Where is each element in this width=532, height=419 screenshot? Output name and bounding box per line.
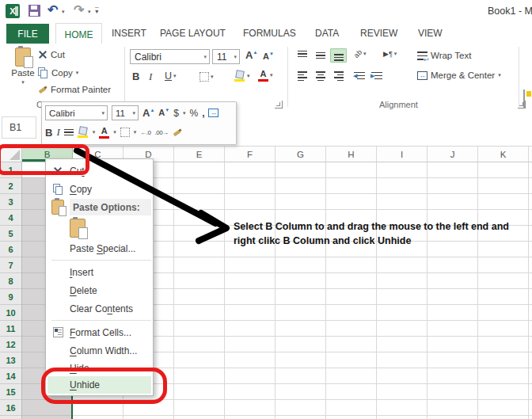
format-painter-button[interactable]: Format Painter bbox=[38, 85, 111, 94]
mini-italic-button[interactable]: I bbox=[56, 126, 59, 139]
align-center-button[interactable] bbox=[312, 69, 329, 83]
column-header-h[interactable]: H bbox=[326, 147, 377, 162]
tab-review[interactable]: REVIEW bbox=[360, 28, 397, 39]
tab-insert[interactable]: INSERT bbox=[112, 28, 146, 39]
mini-shrink-font-button[interactable]: A▼ bbox=[158, 108, 169, 118]
row-header[interactable]: 12 bbox=[0, 337, 21, 352]
mini-font-size-combo[interactable]: 11 ▾ bbox=[112, 105, 139, 120]
fill-color-button[interactable]: ▾ bbox=[234, 70, 250, 82]
tab-page-layout[interactable]: PAGE LAYOUT bbox=[160, 28, 226, 39]
row-header[interactable]: 7 bbox=[0, 257, 21, 273]
font-color-button[interactable]: A ▾ bbox=[258, 70, 273, 81]
mini-format-painter-icon[interactable] bbox=[173, 128, 182, 137]
row-header[interactable]: 14 bbox=[0, 368, 21, 384]
redo-icon[interactable]: ↷ bbox=[74, 2, 84, 17]
align-left-button[interactable] bbox=[294, 69, 310, 83]
row-header[interactable]: 10 bbox=[0, 305, 21, 321]
orientation-dropdown-icon[interactable]: ▾ bbox=[363, 51, 367, 57]
mini-font-size-dropdown-icon[interactable]: ▾ bbox=[130, 110, 138, 116]
orientation-button[interactable]: ab ▾ bbox=[354, 50, 367, 58]
column-header-k[interactable]: K bbox=[478, 147, 529, 162]
mini-merge-center-icon[interactable] bbox=[208, 109, 218, 117]
row-header[interactable]: 16 bbox=[0, 400, 21, 416]
mini-fill-color-icon[interactable] bbox=[78, 127, 89, 138]
align-bottom-button[interactable] bbox=[330, 48, 347, 63]
save-icon[interactable] bbox=[28, 5, 40, 17]
borders-dropdown-icon[interactable]: ▾ bbox=[211, 74, 214, 80]
shrink-font-button[interactable]: A▼ bbox=[263, 51, 274, 62]
font-name-dropdown-icon[interactable]: ▾ bbox=[201, 54, 209, 60]
mini-align-center-icon[interactable] bbox=[64, 129, 74, 136]
mini-currency-dropdown-icon[interactable]: ▾ bbox=[183, 110, 186, 116]
merge-center-button[interactable]: Merge & Center ▾ bbox=[417, 70, 501, 80]
fill-color-dropdown-icon[interactable]: ▾ bbox=[247, 73, 250, 79]
mini-font-color-icon[interactable]: A bbox=[99, 127, 109, 138]
copy-dropdown-icon[interactable]: ▾ bbox=[76, 70, 79, 76]
menu-item-paste[interactable] bbox=[46, 216, 153, 239]
font-name-combo[interactable]: Calibri ▾ bbox=[130, 49, 210, 64]
wrap-text-button[interactable]: Wrap Text bbox=[417, 51, 471, 60]
tab-data[interactable]: DATA bbox=[315, 28, 339, 39]
mini-grow-font-button[interactable]: A▲ bbox=[142, 108, 154, 118]
underline-dropdown-icon[interactable]: ▾ bbox=[173, 73, 177, 79]
italic-button[interactable]: I bbox=[149, 70, 152, 83]
increase-indent-button[interactable] bbox=[371, 72, 382, 80]
row-header[interactable]: 8 bbox=[0, 273, 21, 289]
align-top-button[interactable] bbox=[294, 48, 310, 63]
mini-borders-icon[interactable] bbox=[120, 128, 130, 137]
row-header[interactable]: 5 bbox=[0, 226, 21, 242]
row-header[interactable]: 4 bbox=[0, 210, 21, 226]
tab-view[interactable]: VIEW bbox=[418, 28, 443, 39]
row-header[interactable]: 6 bbox=[0, 242, 21, 257]
text-direction-button[interactable]: ▶¶ ▾ bbox=[383, 50, 397, 58]
redo-dropdown-icon[interactable]: ▾ bbox=[88, 9, 91, 15]
column-header-g[interactable]: G bbox=[276, 147, 326, 162]
tab-home[interactable]: HOME bbox=[55, 23, 102, 45]
menu-item-paste-special[interactable]: Paste Special... bbox=[46, 239, 153, 257]
mini-bold-button[interactable]: B bbox=[45, 127, 52, 139]
mini-comma-button[interactable]: , bbox=[202, 108, 204, 119]
font-size-combo[interactable]: 11 ▾ bbox=[212, 49, 240, 64]
mini-fill-color-dropdown-icon[interactable]: ▾ bbox=[93, 129, 96, 135]
font-size-dropdown-icon[interactable]: ▾ bbox=[231, 54, 239, 60]
tab-formulas[interactable]: FORMULAS bbox=[243, 28, 296, 39]
column-header-e[interactable]: E bbox=[174, 147, 225, 162]
merge-center-dropdown-icon[interactable]: ▾ bbox=[498, 72, 501, 78]
quick-access-customize-icon[interactable]: ‒▾ bbox=[95, 5, 98, 14]
mini-font-name-combo[interactable]: Calibri ▾ bbox=[45, 105, 108, 120]
font-color-dropdown-icon[interactable]: ▾ bbox=[270, 72, 273, 78]
row-header[interactable]: 13 bbox=[0, 352, 21, 368]
mini-borders-dropdown-icon[interactable]: ▾ bbox=[134, 129, 137, 135]
name-box[interactable]: B1 bbox=[2, 116, 36, 139]
menu-item-copy[interactable]: Copy bbox=[46, 180, 153, 198]
font-dialog-launcher-icon[interactable] bbox=[275, 101, 283, 109]
text-direction-dropdown-icon[interactable]: ▾ bbox=[394, 51, 397, 57]
undo-icon[interactable]: ↶ bbox=[48, 2, 58, 17]
row-header[interactable]: 9 bbox=[0, 289, 21, 305]
undo-dropdown-icon[interactable]: ▾ bbox=[62, 9, 65, 15]
paste-button[interactable]: Paste ▾ bbox=[10, 48, 36, 97]
menu-item-column-width[interactable]: Column Width... bbox=[46, 341, 153, 360]
menu-item-clear-contents[interactable]: Clear Contents bbox=[46, 299, 153, 318]
column-header-j[interactable]: J bbox=[428, 147, 478, 162]
mini-decrease-decimal-button[interactable]: ←.0 bbox=[140, 129, 150, 136]
mini-font-name-dropdown-icon[interactable]: ▾ bbox=[99, 110, 107, 116]
mini-percent-button[interactable]: % bbox=[189, 108, 198, 119]
paste-dropdown-icon[interactable]: ▾ bbox=[21, 79, 25, 86]
align-right-button[interactable] bbox=[330, 69, 347, 83]
mini-font-color-dropdown-icon[interactable]: ▾ bbox=[113, 129, 116, 135]
align-middle-button[interactable] bbox=[312, 48, 329, 63]
row-header[interactable]: 3 bbox=[0, 194, 21, 210]
decrease-indent-button[interactable] bbox=[354, 72, 365, 80]
menu-item-format-cells[interactable]: Format Cells... bbox=[46, 323, 153, 341]
grow-font-button[interactable]: A▲ bbox=[245, 50, 257, 60]
column-header-f[interactable]: F bbox=[225, 147, 276, 162]
bold-button[interactable]: B bbox=[132, 70, 139, 82]
cut-button[interactable]: Cut bbox=[38, 50, 65, 59]
copy-button[interactable]: Copy ▾ bbox=[38, 67, 78, 78]
row-header[interactable]: 11 bbox=[0, 321, 21, 337]
row-header[interactable]: 2 bbox=[0, 178, 21, 194]
mini-currency-button[interactable]: $ bbox=[173, 108, 179, 119]
row-header[interactable]: 15 bbox=[0, 384, 21, 400]
borders-button[interactable]: ▾ bbox=[200, 72, 214, 82]
